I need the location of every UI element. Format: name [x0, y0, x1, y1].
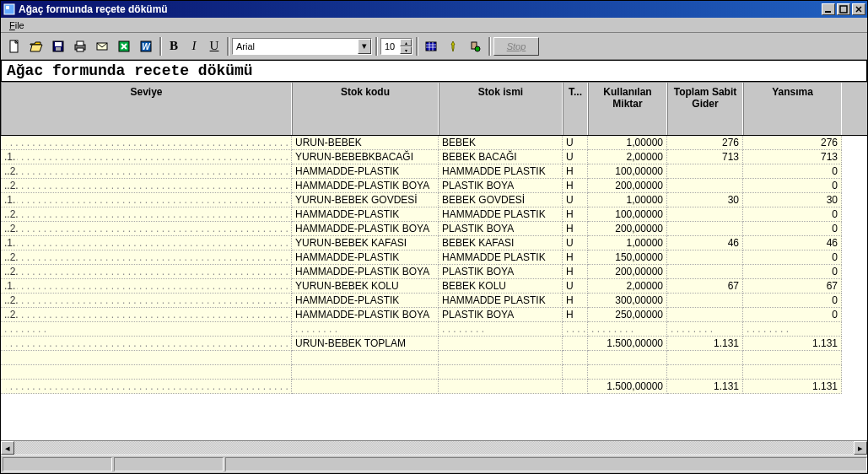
cell	[667, 179, 743, 193]
table-row[interactable]: ..2.HAMMADDE-PLASTIKHAMMADDE PLASTIKH100…	[1, 207, 867, 222]
save-button[interactable]	[48, 36, 68, 57]
scroll-right-button[interactable]: ▸	[854, 441, 867, 455]
cell: 0	[743, 222, 842, 236]
table-row[interactable]: .1.YURUN-BEBEK KAFASIBEBEK KAFASIU1,0000…	[1, 236, 867, 250]
cell	[1, 380, 292, 394]
tool-icon[interactable]	[465, 36, 485, 57]
cell: YURUN-BEBEK GOVDESİ	[292, 193, 439, 207]
cell: .1.	[1, 150, 292, 164]
cell	[292, 351, 439, 365]
cell: 0	[743, 265, 842, 279]
word-button[interactable]: W	[136, 36, 156, 57]
toolbar: W B I U ▾ ▴▾ Stop	[1, 33, 867, 60]
size-up-button[interactable]: ▴	[400, 39, 412, 46]
col-yansima[interactable]: Yansıma	[743, 83, 842, 135]
table-row[interactable]: .1.YURUN-BEBEK GOVDESİBEBEK GOVDESİU1,00…	[1, 193, 867, 207]
cell: U	[563, 236, 588, 250]
cell	[292, 365, 439, 380]
col-seviye[interactable]: Seviye	[1, 83, 292, 135]
scroll-track[interactable]	[14, 441, 854, 455]
grid-body[interactable]: URUN-BEBEKBEBEKU1,00000276276.1.YURUN-BE…	[1, 136, 867, 440]
table-row[interactable]: ..2.HAMMADDE-PLASTIKHAMMADDE PLASTIKH150…	[1, 250, 867, 265]
horizontal-scrollbar[interactable]: ◂ ▸	[1, 440, 867, 455]
table-row[interactable]: ..2.HAMMADDE-PLASTIK BOYAPLASTIK BOYAH25…	[1, 308, 867, 322]
cell	[439, 351, 563, 365]
report-title: Ağac formunda recete dökümü	[1, 60, 867, 82]
cell: H	[563, 164, 588, 179]
excel-button[interactable]	[114, 36, 134, 57]
pin-icon[interactable]	[443, 36, 463, 57]
menu-file[interactable]: File	[4, 19, 30, 31]
cell	[667, 365, 743, 380]
grid-icon[interactable]	[421, 36, 441, 57]
cell: 300,00000	[588, 294, 667, 308]
table-row[interactable]: .1.YURUN-BEBEBKBACAĞIBEBEK BACAĞIU2,0000…	[1, 150, 867, 164]
svg-rect-1	[6, 6, 9, 9]
cell: 2,00000	[588, 279, 667, 294]
font-size-spinner[interactable]: ▴▾	[380, 38, 412, 55]
cell: 67	[667, 279, 743, 294]
table-row[interactable]	[1, 351, 867, 365]
table-row[interactable]: ..2.HAMMADDE-PLASTIK BOYAPLASTIK BOYAH20…	[1, 179, 867, 193]
maximize-button[interactable]	[837, 3, 850, 15]
cell: 67	[743, 279, 842, 294]
col-stok-kodu[interactable]: Stok kodu	[292, 83, 439, 135]
table-row[interactable]: ..2.HAMMADDE-PLASTIKHAMMADDE PLASTIKH300…	[1, 294, 867, 308]
size-down-button[interactable]: ▾	[400, 46, 412, 54]
font-size-input[interactable]	[381, 39, 400, 54]
italic-button[interactable]: I	[185, 39, 203, 53]
table-row[interactable]: URUN-BEBEKBEBEKU1,00000276276	[1, 136, 867, 150]
table-row[interactable]: ..2.HAMMADDE-PLASTIK BOYAPLASTIK BOYAH20…	[1, 222, 867, 236]
bold-button[interactable]: B	[164, 39, 183, 53]
cell	[1, 337, 292, 351]
close-button[interactable]	[852, 3, 865, 15]
minimize-button[interactable]	[822, 3, 835, 15]
col-miktar[interactable]: Kullanılan Miktar	[588, 83, 667, 135]
font-name-input[interactable]	[233, 39, 358, 54]
cell	[588, 351, 667, 365]
cell: .1.	[1, 279, 292, 294]
cell: 1.500,00000	[588, 380, 667, 394]
cell: 1,00000	[588, 136, 667, 150]
cell: ..2.	[1, 308, 292, 322]
col-stok-ismi[interactable]: Stok ismi	[439, 83, 563, 135]
cell: HAMMADDE-PLASTIK	[292, 207, 439, 222]
cell: 150,00000	[588, 250, 667, 265]
print-button[interactable]	[70, 36, 90, 57]
cell: PLASTIK BOYA	[439, 222, 563, 236]
new-button[interactable]	[4, 36, 24, 57]
font-dropdown-icon[interactable]: ▾	[358, 39, 371, 54]
cell: H	[563, 250, 588, 265]
cell: 1.500,00000	[588, 337, 667, 351]
cell: PLASTIK BOYA	[439, 179, 563, 193]
svg-text:W: W	[142, 42, 151, 51]
cell: 46	[667, 236, 743, 250]
cell: HAMMADDE-PLASTIK BOYA	[292, 265, 439, 279]
cell: .1.	[1, 236, 292, 250]
col-gider[interactable]: Toplam Sabit Gider	[667, 83, 743, 135]
separator	[225, 36, 230, 57]
table-row[interactable]: ..2.HAMMADDE-PLASTIK BOYAPLASTIK BOYAH20…	[1, 265, 867, 279]
table-row[interactable]: URUN-BEBEK TOPLAM1.500,000001.1311.131	[1, 337, 867, 351]
table-row[interactable]: . . . . . . . .. . . . . . . .. . . . . …	[1, 322, 867, 337]
cell: BEBEK KOLU	[439, 279, 563, 294]
table-row[interactable]: 1.500,000001.1311.131	[1, 380, 867, 394]
open-button[interactable]	[26, 36, 46, 57]
separator	[487, 36, 492, 57]
scroll-left-button[interactable]: ◂	[1, 441, 14, 455]
cell: ..2.	[1, 222, 292, 236]
cell: YURUN-BEBEK KAFASI	[292, 236, 439, 250]
table-row[interactable]	[1, 365, 867, 380]
cell: 100,00000	[588, 164, 667, 179]
cell: ..2.	[1, 179, 292, 193]
cell: 200,00000	[588, 265, 667, 279]
cell	[667, 164, 743, 179]
font-name-combobox[interactable]: ▾	[232, 38, 372, 55]
col-t[interactable]: T...	[563, 83, 588, 135]
underline-button[interactable]: U	[205, 39, 224, 53]
cell: 0	[743, 164, 842, 179]
cell: 200,00000	[588, 179, 667, 193]
table-row[interactable]: .1.YURUN-BEBEK KOLUBEBEK KOLUU2,00000676…	[1, 279, 867, 294]
mail-button[interactable]	[92, 36, 112, 57]
table-row[interactable]: ..2.HAMMADDE-PLASTIKHAMMADDE PLASTIKH100…	[1, 164, 867, 179]
